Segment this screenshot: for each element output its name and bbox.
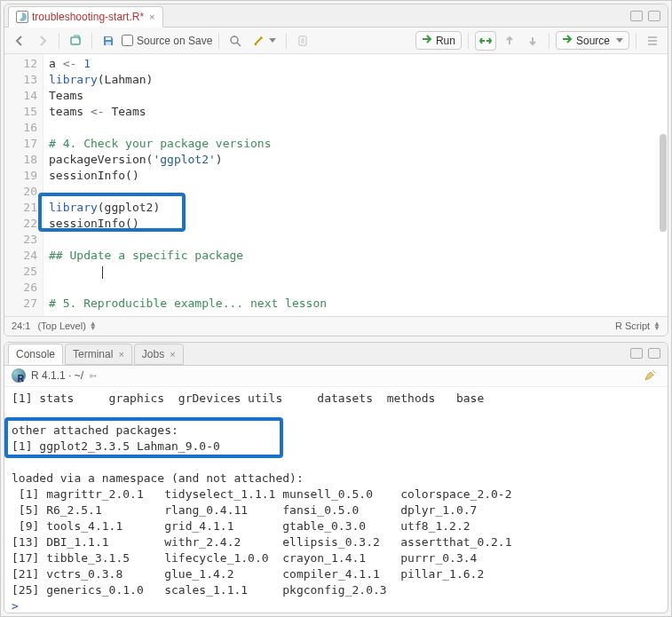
source-tab-bar: troubleshooting-start.R* × bbox=[4, 4, 668, 28]
clear-console-icon[interactable] bbox=[639, 366, 660, 385]
scope-selector[interactable]: (Top Level) ▲▼ bbox=[37, 320, 96, 331]
chevron-down-icon bbox=[616, 38, 623, 43]
cursor-position: 24:1 bbox=[12, 320, 30, 331]
console-output[interactable]: [1] stats graphics grDevices utils datas… bbox=[4, 387, 668, 613]
console-line: [13] DBI_1.1.1 withr_2.4.2 ellipsis_0.3.… bbox=[12, 535, 512, 549]
tab-console-label: Console bbox=[16, 348, 55, 360]
filetype-selector[interactable]: R Script ▲▼ bbox=[615, 320, 660, 331]
code-line: Teams bbox=[49, 89, 83, 102]
code-line: library(ggplot2) bbox=[49, 201, 160, 214]
close-icon[interactable]: × bbox=[170, 349, 175, 360]
code-line: # 4. Check your package versions bbox=[49, 137, 271, 150]
svg-rect-1 bbox=[106, 37, 111, 40]
r-logo-icon bbox=[12, 368, 26, 383]
console-tab-bar: Console Terminal × Jobs × bbox=[4, 343, 668, 366]
code-line bbox=[49, 121, 56, 134]
path-arrow-icon[interactable]: ➳ bbox=[89, 370, 97, 382]
pane-window-controls bbox=[630, 348, 664, 359]
code-line: sessionInfo() bbox=[49, 217, 139, 230]
text-cursor bbox=[102, 266, 103, 279]
show-in-new-window-icon[interactable] bbox=[66, 31, 85, 51]
code-line: # 5. Reproducible example... next lesson bbox=[49, 297, 327, 310]
run-button[interactable]: Run bbox=[415, 31, 462, 50]
rerun-icon[interactable] bbox=[475, 31, 496, 51]
source-on-save-label: Source on Save bbox=[137, 35, 212, 47]
close-icon[interactable]: × bbox=[149, 12, 154, 22]
source-on-save-input[interactable] bbox=[122, 35, 133, 46]
console-info-text: R 4.1.1 · ~/ bbox=[31, 369, 83, 382]
console-line: [1] magrittr_2.0.1 tidyselect_1.1.1 muns… bbox=[12, 487, 512, 501]
minimize-pane-icon[interactable] bbox=[630, 348, 643, 359]
source-tab-title: troubleshooting-start.R* bbox=[32, 11, 144, 23]
console-line: loaded via a namespace (and not attached… bbox=[12, 471, 304, 485]
code-line bbox=[49, 281, 56, 294]
save-icon[interactable] bbox=[99, 31, 118, 51]
source-on-save-checkbox[interactable]: Source on Save bbox=[122, 35, 212, 47]
source-arrow-icon bbox=[562, 34, 573, 47]
scrollbar-thumb[interactable] bbox=[660, 134, 667, 232]
maximize-pane-icon[interactable] bbox=[648, 11, 660, 21]
close-icon[interactable]: × bbox=[118, 349, 123, 360]
source-toolbar: Source on Save Run bbox=[4, 28, 668, 54]
find-icon[interactable] bbox=[225, 31, 245, 51]
code-line: a <- 1 bbox=[49, 57, 91, 70]
outline-icon[interactable] bbox=[643, 31, 662, 51]
updown-icon: ▲▼ bbox=[90, 321, 97, 330]
tab-troubleshooting-file[interactable]: troubleshooting-start.R* × bbox=[8, 6, 163, 28]
console-pane: Console Terminal × Jobs × R 4.1.1 · ~/ ➳… bbox=[4, 342, 668, 613]
console-line: [5] R6_2.5.1 rlang_0.4.11 fansi_0.5.0 dp… bbox=[12, 503, 477, 517]
console-line: [25] generics_0.1.0 scales_1.1.1 pkgconf… bbox=[12, 583, 387, 597]
scope-label: (Top Level) bbox=[37, 320, 85, 331]
code-line bbox=[49, 233, 56, 246]
section-down-icon[interactable] bbox=[523, 31, 542, 51]
svg-point-5 bbox=[255, 43, 257, 44]
console-info-bar: R 4.1.1 · ~/ ➳ bbox=[4, 366, 668, 387]
source-statusbar: 24:1 (Top Level) ▲▼ R Script ▲▼ bbox=[4, 316, 668, 336]
r-file-icon bbox=[16, 11, 28, 23]
code-line bbox=[49, 185, 56, 198]
console-line: [1] stats graphics grDevices utils datas… bbox=[12, 392, 484, 405]
source-pane: troubleshooting-start.R* × Source on Sav… bbox=[4, 4, 668, 336]
updown-icon: ▲▼ bbox=[653, 321, 660, 330]
tab-jobs[interactable]: Jobs × bbox=[134, 344, 184, 365]
line-gutter: 12 13 14 15 16 17 18 19 20 21 22 23 24 2… bbox=[4, 54, 43, 316]
source-label: Source bbox=[576, 35, 610, 47]
section-up-icon[interactable] bbox=[500, 31, 519, 51]
code-line bbox=[49, 265, 103, 278]
compile-report-icon[interactable] bbox=[293, 31, 312, 51]
editor-scrollbar[interactable] bbox=[659, 54, 668, 316]
back-icon[interactable] bbox=[10, 31, 29, 51]
forward-icon[interactable] bbox=[33, 31, 52, 51]
code-line: teams <- Teams bbox=[49, 105, 146, 118]
code-tools-icon[interactable] bbox=[249, 31, 280, 51]
console-line: [1] ggplot2_3.3.5 Lahman_9.0-0 bbox=[12, 439, 220, 453]
minimize-pane-icon[interactable] bbox=[630, 11, 643, 21]
tab-terminal[interactable]: Terminal × bbox=[65, 344, 132, 365]
filetype-label: R Script bbox=[615, 320, 650, 331]
code-line: library(Lahman) bbox=[49, 73, 153, 86]
tab-terminal-label: Terminal bbox=[73, 348, 113, 360]
console-prompt[interactable]: > bbox=[12, 599, 26, 613]
code-line: ## Update a specific package bbox=[49, 249, 243, 262]
code-line: sessionInfo() bbox=[49, 169, 139, 182]
svg-point-3 bbox=[231, 36, 238, 44]
code-area[interactable]: a <- 1 library(Lahman) Teams teams <- Te… bbox=[43, 54, 668, 316]
code-line: packageVersion('ggplot2') bbox=[49, 153, 223, 166]
source-button[interactable]: Source bbox=[556, 31, 629, 50]
tab-jobs-label: Jobs bbox=[142, 348, 164, 360]
chevron-down-icon bbox=[269, 38, 276, 43]
pane-window-controls bbox=[630, 11, 664, 21]
tab-console[interactable]: Console bbox=[8, 344, 63, 365]
run-arrow-icon bbox=[422, 34, 432, 47]
console-line: [9] tools_4.1.1 grid_4.1.1 gtable_0.3.0 … bbox=[12, 519, 470, 533]
code-editor[interactable]: 12 13 14 15 16 17 18 19 20 21 22 23 24 2… bbox=[4, 54, 668, 316]
maximize-pane-icon[interactable] bbox=[648, 348, 660, 359]
svg-rect-2 bbox=[106, 42, 111, 45]
run-label: Run bbox=[436, 35, 455, 47]
svg-line-4 bbox=[237, 43, 241, 46]
console-line: [17] tibble_3.1.5 lifecycle_1.0.0 crayon… bbox=[12, 551, 477, 565]
console-line: [21] vctrs_0.3.8 glue_1.4.2 compiler_4.1… bbox=[12, 567, 484, 581]
console-line: other attached packages: bbox=[12, 423, 178, 437]
